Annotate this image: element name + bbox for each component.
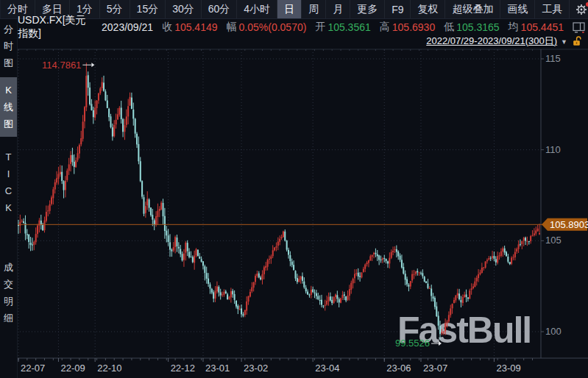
quote-field-label: 均	[509, 21, 519, 34]
x-axis-label: 22-10	[97, 363, 121, 374]
x-axis-label: 23-06	[386, 363, 411, 374]
quote-field-label: 幅	[227, 21, 237, 34]
period-tab-4小时[interactable]: 4小时	[237, 0, 277, 18]
x-axis-label: 22-12	[171, 363, 195, 374]
tool-button-工具[interactable]: 工具	[535, 0, 570, 18]
toolbar-right: F9复权超级叠加画线工具 »	[385, 0, 588, 18]
quote-field-value: 105.3561	[327, 21, 370, 33]
period-tab-5分[interactable]: 5分	[100, 0, 130, 18]
period-tab-更多[interactable]: 更多	[350, 0, 385, 18]
quote-infobar: USDX.FX[美元指数] 2023/09/21 收105.4149幅0.05%…	[18, 19, 588, 35]
quote-field-均: 均105.4451	[509, 21, 564, 34]
quote-field-label: 收	[162, 21, 172, 34]
quote-field-label: 开	[315, 21, 325, 34]
period-tab-月[interactable]: 月	[326, 0, 350, 18]
high-annotation: 114.7861	[42, 60, 81, 71]
quote-fields: 收105.4149幅0.05%(0.0570)开105.3561高105.693…	[162, 21, 573, 34]
quote-field-收: 收105.4149	[162, 21, 217, 34]
symbol-name: USDX.FX[美元指数]	[18, 14, 91, 40]
sidebar-tab-TICK[interactable]: T I C K	[0, 149, 17, 216]
quote-field-幅: 幅0.05%(0.0570)	[227, 21, 307, 34]
quote-field-value: 105.3165	[456, 21, 499, 33]
x-axis-label: 23-04	[315, 363, 339, 374]
y-axis-label: 100	[545, 326, 562, 337]
x-axis-label: 23-02	[244, 363, 268, 374]
tool-button-画线[interactable]: 画线	[500, 0, 535, 18]
y-axis-label: 105	[545, 235, 562, 246]
low-annotation: 99.5526	[395, 338, 430, 349]
tool-button-复权[interactable]: 复权	[411, 0, 445, 18]
app-window: 分时多日1分5分15分30分60分4小时日周月更多 F9复权超级叠加画线工具 »	[0, 0, 588, 378]
tool-button-超级叠加[interactable]: 超级叠加	[445, 0, 500, 18]
y-axis-label: 115	[545, 53, 561, 64]
quote-field-label: 高	[380, 21, 390, 34]
quote-field-label: 低	[444, 21, 454, 34]
y-axis-label: 110	[545, 144, 561, 155]
sidebar-tab-分时图[interactable]: 分 时 图	[0, 21, 17, 71]
candlestick-chart: FastBull11511010510022-0722-0922-1022-12…	[0, 0, 588, 378]
quote-field-value: 105.4149	[174, 21, 217, 33]
chart-mode-sidebar: 分 时 图K 线 图T I C K成 交 明 细	[0, 18, 18, 378]
candlestick-series	[18, 63, 540, 340]
x-axis-label: 23-01	[205, 363, 230, 374]
quote-field-value: 105.4451	[521, 21, 564, 33]
x-axis-label: 22-07	[21, 363, 45, 374]
layout-window-icon[interactable]	[573, 22, 585, 33]
x-axis-label: 23-09	[496, 363, 520, 374]
x-axis-label: 23-07	[423, 363, 447, 374]
quote-field-低: 低105.3165	[444, 21, 499, 34]
quote-field-开: 开105.3561	[315, 21, 370, 34]
settings-gear-icon[interactable]	[570, 0, 588, 18]
sidebar-tab-成交明细[interactable]: 成 交 明 细	[0, 259, 17, 327]
period-tab-15分[interactable]: 15分	[130, 0, 166, 18]
tool-button-F9[interactable]: F9	[385, 0, 411, 18]
sidebar-tab-K线图[interactable]: K 线 图	[0, 77, 17, 137]
quote-field-value: 105.6930	[392, 21, 435, 33]
quote-date: 2023/09/21	[102, 21, 153, 33]
rangebar: 2022/07/29-2023/09/21(300日) ▼	[426, 35, 582, 47]
quote-field-高: 高105.6930	[380, 21, 435, 34]
high-arrow-icon	[91, 63, 94, 67]
period-tab-周[interactable]: 周	[302, 0, 326, 18]
period-tab-30分[interactable]: 30分	[166, 0, 202, 18]
quote-field-value: 0.05%(0.0570)	[239, 21, 307, 33]
period-tab-60分[interactable]: 60分	[202, 0, 238, 18]
period-tab-日[interactable]: 日	[277, 0, 302, 18]
date-range-selector[interactable]: 2022/07/29-2023/09/21(300日)	[426, 35, 557, 48]
x-axis-label: 22-09	[60, 363, 85, 374]
price-tag-value: 105.8903	[550, 219, 588, 230]
unlock-padlock-icon[interactable]	[573, 36, 582, 46]
chevron-down-icon[interactable]: ▼	[561, 38, 567, 46]
